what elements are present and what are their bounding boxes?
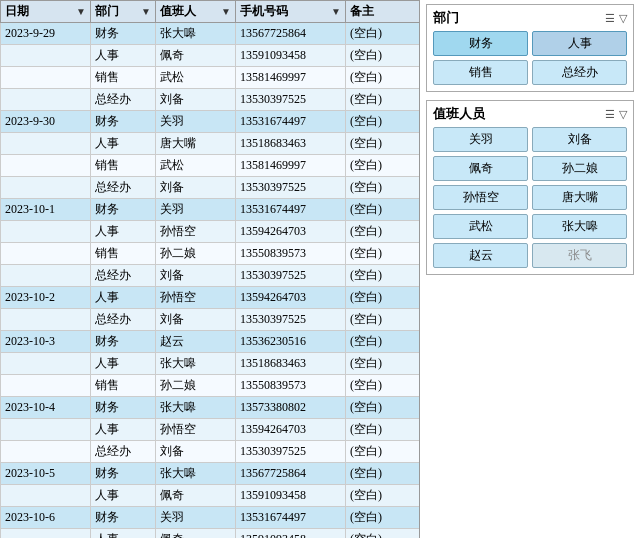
table-row: 2023-10-4财务张大嗥13573380802(空白) [1, 397, 421, 419]
table-cell [1, 221, 91, 243]
table-cell: 13530397525 [236, 309, 346, 331]
person-chip[interactable]: 唐大嘴 [532, 185, 627, 210]
table-row: 2023-9-29财务张大嗥13567725864(空白) [1, 23, 421, 45]
table-row: 总经办刘备13530397525(空白) [1, 309, 421, 331]
table-cell: 2023-10-3 [1, 331, 91, 353]
table-cell: 孙二娘 [156, 375, 236, 397]
table-cell: 13531674497 [236, 507, 346, 529]
table-cell: 总经办 [91, 177, 156, 199]
right-panel: 部门 ☰ ▽ 财务人事销售总经办 值班人员 ☰ ▽ 关羽刘备佩奇孙二娘孙悟空唐大… [420, 0, 640, 538]
table-cell: (空白) [346, 331, 421, 353]
person-chip[interactable]: 孙二娘 [532, 156, 627, 181]
table-cell: 13591093458 [236, 485, 346, 507]
person-chip[interactable]: 张大嗥 [532, 214, 627, 239]
table-row: 销售武松13581469997(空白) [1, 155, 421, 177]
table-cell: 武松 [156, 155, 236, 177]
table-cell: 人事 [91, 529, 156, 539]
table-cell: (空白) [346, 111, 421, 133]
table-row: 总经办刘备13530397525(空白) [1, 265, 421, 287]
table-cell: 武松 [156, 67, 236, 89]
col-header-phone[interactable]: 手机号码 ▼ [236, 1, 346, 23]
date-filter-icon[interactable]: ▼ [76, 6, 86, 17]
dept-filter-icon[interactable]: ▼ [141, 6, 151, 17]
table-cell [1, 45, 91, 67]
table-cell [1, 419, 91, 441]
person-chip[interactable]: 刘备 [532, 127, 627, 152]
person-filter-label: 值班人员 [433, 105, 485, 123]
table-cell: 张大嗥 [156, 23, 236, 45]
table-row: 总经办刘备13530397525(空白) [1, 177, 421, 199]
table-cell: (空白) [346, 89, 421, 111]
table-cell: 总经办 [91, 441, 156, 463]
table-row: 人事佩奇13591093458(空白) [1, 45, 421, 67]
dept-chip[interactable]: 财务 [433, 31, 528, 56]
table-cell: (空白) [346, 265, 421, 287]
dept-filter-clear-icon[interactable]: ▽ [619, 12, 627, 25]
person-sort-icon[interactable]: ☰ [605, 108, 615, 121]
table-cell [1, 529, 91, 539]
table-cell: 人事 [91, 485, 156, 507]
table-cell: (空白) [346, 177, 421, 199]
dept-filter-box: 部门 ☰ ▽ 财务人事销售总经办 [426, 4, 634, 92]
table-row: 2023-10-5财务张大嗥13567725864(空白) [1, 463, 421, 485]
table-cell: 2023-10-6 [1, 507, 91, 529]
table-area: 日期 ▼ 部门 ▼ 值班人 ▼ [0, 0, 420, 538]
table-cell: 人事 [91, 45, 156, 67]
table-cell: (空白) [346, 199, 421, 221]
col-header-person[interactable]: 值班人 ▼ [156, 1, 236, 23]
table-cell: 2023-10-5 [1, 463, 91, 485]
table-cell: (空白) [346, 221, 421, 243]
table-cell: 销售 [91, 375, 156, 397]
person-chip[interactable]: 赵云 [433, 243, 528, 268]
dept-chip[interactable]: 销售 [433, 60, 528, 85]
table-cell: 总经办 [91, 309, 156, 331]
dept-filter-label: 部门 [433, 9, 459, 27]
dept-filter-icons: ☰ ▽ [605, 12, 627, 25]
person-chip[interactable]: 关羽 [433, 127, 528, 152]
table-row: 2023-10-3财务赵云13536230516(空白) [1, 331, 421, 353]
table-header-row: 日期 ▼ 部门 ▼ 值班人 ▼ [1, 1, 421, 23]
person-chip[interactable]: 武松 [433, 214, 528, 239]
table-cell: 13550839573 [236, 243, 346, 265]
table-cell: 13536230516 [236, 331, 346, 353]
table-cell: 13550839573 [236, 375, 346, 397]
dept-chip[interactable]: 总经办 [532, 60, 627, 85]
person-filter-icon[interactable]: ▼ [221, 6, 231, 17]
table-cell [1, 265, 91, 287]
table-cell: 2023-9-29 [1, 23, 91, 45]
table-cell: 财务 [91, 397, 156, 419]
table-cell: (空白) [346, 133, 421, 155]
table-cell: 张大嗥 [156, 463, 236, 485]
table-cell: 13591093458 [236, 45, 346, 67]
col-header-dept[interactable]: 部门 ▼ [91, 1, 156, 23]
table-cell: 2023-10-2 [1, 287, 91, 309]
dept-filter-title: 部门 ☰ ▽ [433, 9, 627, 27]
person-chip: 张飞 [532, 243, 627, 268]
dept-chip[interactable]: 人事 [532, 31, 627, 56]
table-row: 人事唐大嘴13518683463(空白) [1, 133, 421, 155]
table-cell: (空白) [346, 419, 421, 441]
table-cell: 13530397525 [236, 265, 346, 287]
table-cell: (空白) [346, 45, 421, 67]
phone-filter-icon[interactable]: ▼ [331, 6, 341, 17]
table-cell [1, 177, 91, 199]
table-cell: 人事 [91, 287, 156, 309]
dept-sort-icon[interactable]: ☰ [605, 12, 615, 25]
table-cell: 财务 [91, 463, 156, 485]
col-header-date[interactable]: 日期 ▼ [1, 1, 91, 23]
person-filter-clear-icon[interactable]: ▽ [619, 108, 627, 121]
table-cell: (空白) [346, 397, 421, 419]
table-cell: 13530397525 [236, 441, 346, 463]
table-cell [1, 67, 91, 89]
col-header-note[interactable]: 备主 [346, 1, 421, 23]
table-cell: (空白) [346, 507, 421, 529]
table-cell [1, 89, 91, 111]
table-row: 销售武松13581469997(空白) [1, 67, 421, 89]
person-chip[interactable]: 佩奇 [433, 156, 528, 181]
person-chip[interactable]: 孙悟空 [433, 185, 528, 210]
person-filter-box: 值班人员 ☰ ▽ 关羽刘备佩奇孙二娘孙悟空唐大嘴武松张大嗥赵云张飞 [426, 100, 634, 275]
person-filter-title: 值班人员 ☰ ▽ [433, 105, 627, 123]
table-cell: 财务 [91, 331, 156, 353]
table-cell: (空白) [346, 375, 421, 397]
table-cell: 销售 [91, 155, 156, 177]
